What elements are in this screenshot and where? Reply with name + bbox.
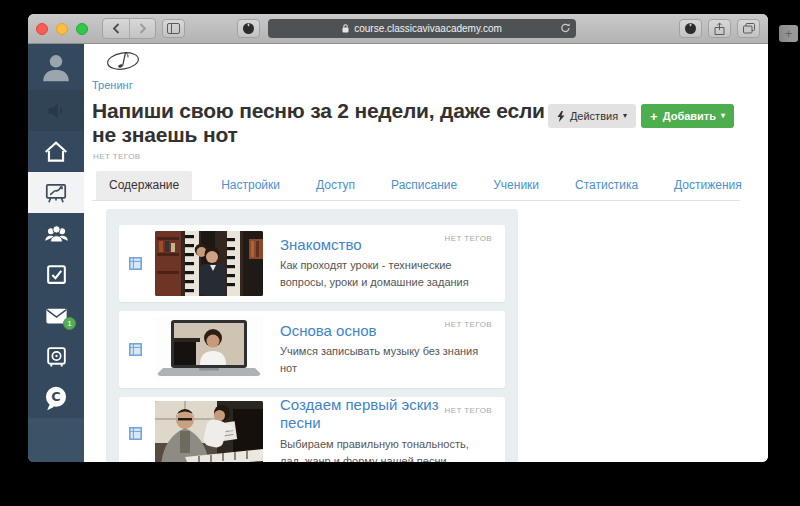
lock-icon <box>342 24 349 33</box>
page-title: Напиши свою песню за 2 недели, даже если… <box>92 99 597 147</box>
share-button[interactable] <box>708 19 731 38</box>
extension-icon <box>684 22 697 35</box>
tab-access[interactable]: Доступ <box>303 171 368 200</box>
lesson-icon <box>129 343 142 356</box>
sidebar-item-trainings[interactable] <box>28 172 84 213</box>
lesson-type-icon-wrap <box>129 257 153 270</box>
sidebar-item-home[interactable] <box>28 131 84 172</box>
lesson-icon <box>129 427 142 440</box>
tab-achievements[interactable]: Достижения <box>661 171 755 200</box>
window-controls <box>36 23 88 35</box>
zoom-window-button[interactable] <box>76 23 88 35</box>
lesson-title-link[interactable]: Основа основ <box>280 322 460 341</box>
caret-down-icon: ▾ <box>623 112 627 120</box>
forward-button[interactable] <box>129 19 155 38</box>
users-group-icon <box>43 220 70 247</box>
page-body: 1 C <box>28 44 768 462</box>
lesson-text: Основа основ Учимся записывать музыку бе… <box>280 322 495 378</box>
browser-toolbar: course.classicavivaacademy.com <box>28 14 768 44</box>
chevron-left-icon <box>112 23 120 34</box>
actions-button[interactable]: Действия ▾ <box>548 104 636 128</box>
sidebar-item-sales[interactable] <box>28 336 84 377</box>
checkbox-icon <box>44 262 69 287</box>
extension-icon <box>242 22 255 35</box>
lesson-card[interactable]: Создаем первый эскиз песни Выбираем прав… <box>119 397 505 462</box>
lesson-card[interactable]: Знакомство Как проходят уроки - техничес… <box>119 225 505 302</box>
lesson-type-icon-wrap <box>129 427 153 440</box>
toolbar-right-tools <box>679 19 760 38</box>
sidebar-toggle-button[interactable] <box>162 19 185 38</box>
lesson-description: Выбираем правильную тональность, лад, жа… <box>280 436 492 462</box>
course-page: Тренинг Напиши свою песню за 2 недели, д… <box>84 44 768 462</box>
sidebar-footer <box>28 418 84 462</box>
tab-students[interactable]: Ученики <box>480 171 552 200</box>
sidebar-icon <box>167 23 180 34</box>
add-button-label: Добавить <box>663 110 716 122</box>
tab-schedule[interactable]: Расписание <box>378 171 470 200</box>
close-window-button[interactable] <box>36 23 48 35</box>
avatar-icon <box>39 50 73 84</box>
reload-icon <box>560 22 571 34</box>
address-bar[interactable]: course.classicavivaacademy.com <box>268 19 576 38</box>
thumbnail-pianos-people <box>155 231 263 296</box>
mail-unread-badge: 1 <box>63 317 76 330</box>
lesson-thumbnail[interactable] <box>155 231 263 296</box>
thumbnail-piano-lesson <box>155 401 263 463</box>
header-actions: Действия ▾ + Добавить ▾ <box>548 104 734 128</box>
chat-c-icon: C <box>42 384 70 412</box>
sidebar-item-messages[interactable]: 1 <box>28 295 84 336</box>
speaker-muted-icon <box>45 100 67 122</box>
reload-button[interactable] <box>560 22 571 36</box>
lessons-panel: Знакомство Как проходят уроки - техничес… <box>106 209 518 462</box>
lesson-description: Учимся записывать музыку без знания нот <box>280 343 492 377</box>
lesson-icon <box>129 257 142 270</box>
extension-button[interactable] <box>237 19 260 38</box>
actions-button-label: Действия <box>570 110 618 122</box>
lesson-tags-label: нет тегов <box>445 234 493 243</box>
chevron-right-icon <box>139 23 147 34</box>
sidebar-item-users[interactable] <box>28 213 84 254</box>
course-tags-label: нет тегов <box>93 152 768 161</box>
caret-down-icon: ▾ <box>721 112 725 120</box>
sidebar-item-profile[interactable] <box>28 44 84 90</box>
sidebar-item-announcements[interactable] <box>28 90 84 131</box>
background-new-tab-button[interactable]: + <box>779 25 798 42</box>
svg-text:C: C <box>51 389 60 404</box>
share-icon <box>714 22 725 35</box>
tab-settings[interactable]: Настройки <box>208 171 293 200</box>
app-sidebar: 1 C <box>28 44 84 462</box>
browser-window: course.classicavivaacademy.com <box>28 14 768 462</box>
extension-button-2[interactable] <box>679 19 702 38</box>
lesson-title-link[interactable]: Знакомство <box>280 236 460 255</box>
tab-statistics[interactable]: Статистика <box>562 171 651 200</box>
course-tabs: Содержание Настройки Доступ Расписание У… <box>92 171 740 201</box>
thumbnail-laptop-video <box>155 317 263 382</box>
breadcrumb[interactable]: Тренинг <box>92 79 133 91</box>
url-text: course.classicavivaacademy.com <box>354 23 502 34</box>
lesson-thumbnail[interactable] <box>155 317 263 382</box>
lesson-description: Как проходят уроки - технические вопросы… <box>280 257 492 291</box>
plus-icon: + <box>650 110 658 123</box>
sidebar-item-tasks[interactable] <box>28 254 84 295</box>
safe-icon <box>44 344 69 369</box>
back-button[interactable] <box>103 19 129 38</box>
lesson-tags-label: нет тегов <box>445 320 493 329</box>
lesson-title-link[interactable]: Создаем первый эскиз песни <box>280 396 460 434</box>
lesson-tags-label: нет тегов <box>445 406 493 415</box>
training-chart-icon <box>43 180 69 206</box>
lesson-text: Знакомство Как проходят уроки - техничес… <box>280 236 495 292</box>
add-button[interactable]: + Добавить ▾ <box>641 104 734 128</box>
sidebar-item-chat[interactable]: C <box>28 377 84 418</box>
minimize-window-button[interactable] <box>56 23 68 35</box>
lesson-thumbnail[interactable] <box>155 401 263 463</box>
academy-logo-icon <box>102 48 144 74</box>
tab-content[interactable]: Содержание <box>96 171 192 200</box>
desktop-background: + <box>0 0 800 506</box>
lightning-icon <box>557 111 565 122</box>
tabs-icon <box>743 23 755 34</box>
history-nav <box>102 18 156 39</box>
home-icon <box>43 139 69 165</box>
lesson-card[interactable]: Основа основ Учимся записывать музыку бе… <box>119 311 505 388</box>
tab-overview-button[interactable] <box>737 19 760 38</box>
lesson-type-icon-wrap <box>129 343 153 356</box>
